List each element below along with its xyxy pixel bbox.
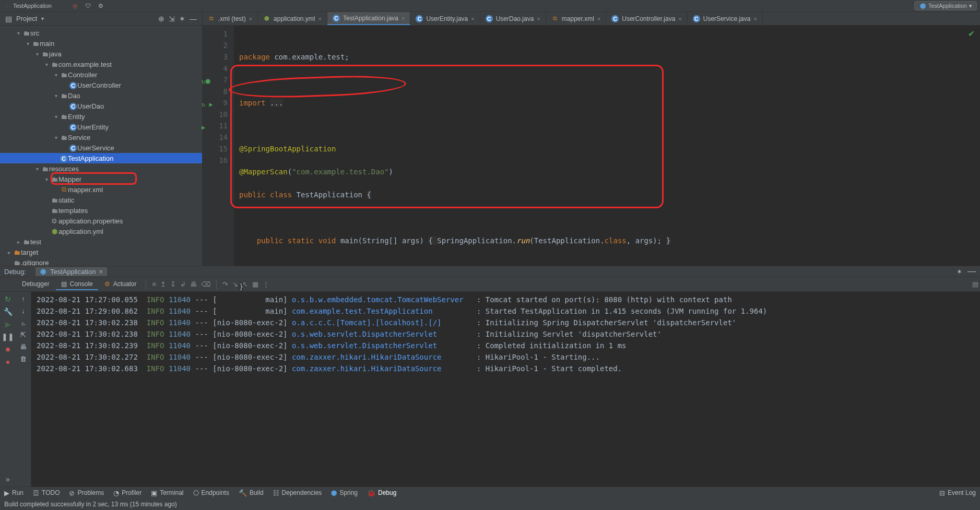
debug-session-tab[interactable]: ⬢ TestApplication × <box>36 267 107 276</box>
close-icon[interactable]: × <box>537 16 540 22</box>
close-icon[interactable]: × <box>318 16 321 22</box>
editor-tab[interactable]: ⬢application.yml× <box>258 12 327 25</box>
trash-icon[interactable]: 🗑 <box>20 355 27 363</box>
tool-debug[interactable]: 🐞Debug <box>367 489 396 497</box>
stop-icon[interactable]: ■ <box>6 345 10 353</box>
tree-node[interactable]: 🖿Entity <box>0 111 202 122</box>
more-icon[interactable]: ⋮ <box>263 280 269 288</box>
editor-scrollbar[interactable] <box>974 26 980 266</box>
export-icon[interactable]: ⇱ <box>20 331 26 339</box>
tool-dependencies[interactable]: ☷Dependencies <box>273 489 322 497</box>
scroll-up-icon[interactable]: ↑ <box>21 295 25 303</box>
breadcrumb-segment[interactable]: TestApplication <box>13 3 52 9</box>
print-icon[interactable]: 🖶 <box>190 280 197 288</box>
filter-icon[interactable]: ⎁ <box>21 319 26 327</box>
chevron-icon[interactable] <box>33 166 41 172</box>
chevron-icon[interactable] <box>15 239 22 245</box>
tree-node[interactable]: 🖿static <box>0 195 202 205</box>
clear-icon[interactable]: ⌫ <box>201 280 210 288</box>
editor-tab[interactable]: CUserController.java× <box>606 12 687 25</box>
tool-spring[interactable]: ⬢Spring <box>331 489 358 497</box>
tree-node[interactable]: CUserController <box>0 80 202 90</box>
chevron-icon[interactable] <box>52 72 60 78</box>
down-icon[interactable]: ↧ <box>170 280 176 288</box>
project-tree[interactable]: 🖿src🖿main🖿java🖿com.example.test🖿Controll… <box>0 26 203 266</box>
tree-node[interactable]: 🖿Mapper <box>0 174 202 184</box>
tool-run[interactable]: ▶Run <box>4 489 23 497</box>
console-output[interactable]: 2022-08-21 17:27:00.055 INFO 11040 --- [… <box>31 292 980 487</box>
tree-node[interactable]: 🖿java <box>0 49 202 59</box>
editor-tab[interactable]: CUserService.java× <box>688 12 763 25</box>
shield-icon[interactable]: 🛡 <box>85 3 91 9</box>
tree-node[interactable]: CUserEntity <box>0 122 202 132</box>
breakpoints-icon[interactable]: ● <box>6 358 10 366</box>
tree-node[interactable]: 🖿src <box>0 28 202 38</box>
tree-node[interactable]: ⧉mapper.xml <box>0 184 202 195</box>
tree-node[interactable]: 🖿test <box>0 236 202 247</box>
gutter-line[interactable]: 1 <box>203 28 228 40</box>
scroll-down-icon[interactable]: ↓ <box>21 307 25 315</box>
tree-node[interactable]: 🖿resources <box>0 163 202 174</box>
close-icon[interactable]: × <box>597 16 600 22</box>
tree-node[interactable]: 🖿Controller <box>0 69 202 80</box>
chevron-down-icon[interactable]: ▾ <box>41 16 44 21</box>
tree-node[interactable]: ⚙application.properties <box>0 216 202 226</box>
gutter-line[interactable]: 14 <box>203 132 228 143</box>
editor-gutter[interactable]: 1234↻⬢78↻ ▶910 ▶11141516 <box>203 26 234 266</box>
minimize-icon[interactable]: — <box>967 267 976 276</box>
gutter-line[interactable]: 15 <box>203 143 228 155</box>
tree-node[interactable]: 🖿com.example.test <box>0 59 202 69</box>
chevron-icon[interactable] <box>24 41 31 46</box>
layout-icon[interactable]: ▦ <box>252 280 258 288</box>
target-icon[interactable]: ◎ <box>73 3 78 9</box>
code-area[interactable]: package com.example.test; import ... @Sp… <box>234 26 980 266</box>
project-tool-header[interactable]: ▤ Project ▾ ⊕ ⇲ ✶ — <box>0 12 203 25</box>
tool-terminal[interactable]: ▣Terminal <box>151 489 183 497</box>
tree-node[interactable]: CUserDao <box>0 101 202 111</box>
tool-profiler[interactable]: ◔Profiler <box>113 489 141 497</box>
tree-node[interactable]: 🖿Dao <box>0 90 202 101</box>
chevron-icon[interactable] <box>15 30 22 36</box>
collapse-icon[interactable]: ⇲ <box>169 15 175 23</box>
resume-icon[interactable]: ▶ <box>5 320 11 328</box>
gutter-line[interactable]: 2 <box>203 40 228 51</box>
chevron-icon[interactable] <box>33 51 41 57</box>
chevron-icon[interactable] <box>5 250 13 255</box>
chevron-icon[interactable] <box>43 176 50 182</box>
gutter-line[interactable]: ↻⬢7 <box>203 74 228 86</box>
tool-build[interactable]: 🔨Build <box>239 489 264 497</box>
editor-tab[interactable]: ⧉mapper.xml× <box>546 12 606 25</box>
editor-tab[interactable]: CTestApplication.java× <box>327 12 411 25</box>
code-folded[interactable]: ... <box>270 99 283 107</box>
tool-endpoints[interactable]: ⎔Endpoints <box>193 489 229 497</box>
chevron-icon[interactable] <box>52 135 60 140</box>
chevron-icon[interactable] <box>52 114 60 120</box>
more-icon[interactable]: » <box>6 475 10 483</box>
step-into-icon[interactable]: ↘ <box>232 280 238 288</box>
gutter-line[interactable]: ↻ ▶9 <box>203 97 228 109</box>
gutter-line[interactable]: 3 <box>203 51 228 63</box>
up-icon[interactable]: ↥ <box>160 280 166 288</box>
close-icon[interactable]: × <box>471 16 474 22</box>
gear-icon[interactable]: ✶ <box>179 15 185 23</box>
tree-node[interactable]: ⬢application.yml <box>0 226 202 236</box>
gutter-line[interactable]: 10 <box>203 109 228 120</box>
modify-run-icon[interactable]: 🔧 <box>4 307 13 316</box>
gear-icon[interactable]: ✶ <box>957 268 962 276</box>
tree-node[interactable]: 🖿Service <box>0 132 202 143</box>
pause-icon[interactable]: ❚❚ <box>2 333 14 341</box>
gutter-line[interactable]: 16 <box>203 155 228 166</box>
close-icon[interactable]: × <box>402 15 405 21</box>
close-icon[interactable]: × <box>753 16 757 22</box>
gear-icon[interactable]: ⚙ <box>98 3 103 9</box>
close-icon[interactable]: × <box>99 268 103 276</box>
gutter-line[interactable]: ▶11 <box>203 120 228 132</box>
close-icon[interactable]: × <box>678 16 681 22</box>
chevron-icon[interactable] <box>52 93 60 99</box>
tab-debugger[interactable]: Debugger <box>17 279 55 290</box>
editor-tab[interactable]: ⧉.xml (test)× <box>203 12 258 25</box>
chevron-icon[interactable] <box>43 62 50 67</box>
rerun-icon[interactable]: ↻ <box>5 295 11 303</box>
code-editor[interactable]: 1234↻⬢78↻ ▶910 ▶11141516 package com.exa… <box>203 26 980 266</box>
tab-actuator[interactable]: ⚙Actuator <box>99 279 142 290</box>
